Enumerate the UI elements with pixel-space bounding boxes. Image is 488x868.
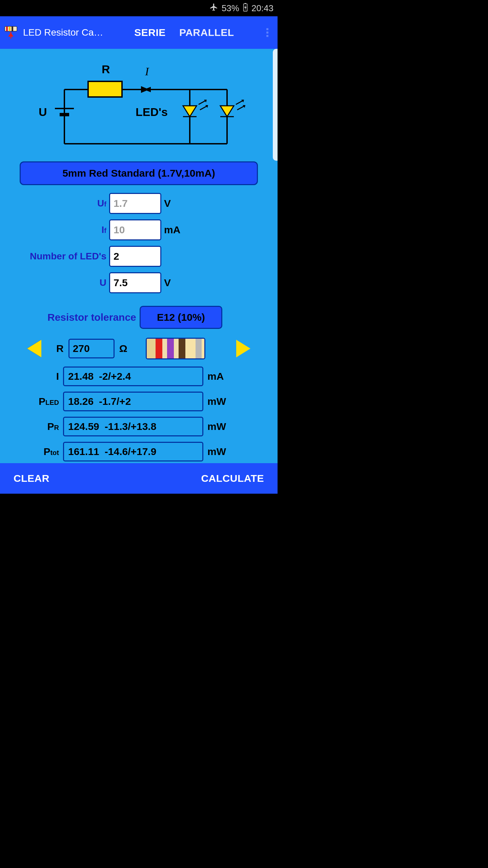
uf-unit: V [164,198,171,209]
if-label: If [102,224,106,235]
pled-label: PLED [0,396,59,407]
pr-result: 124.59-11.3/+13.8 [63,417,203,436]
tab-serie[interactable]: SERIE [134,27,166,38]
i-label: I [0,371,59,382]
inputs: Uf 1.7 V If 10 mA Number of LED's 2 U 7.… [0,192,278,294]
u-label: U [0,277,106,288]
r-unit: Ω [119,343,127,354]
clock-time: 20:43 [251,3,273,14]
pr-unit: mW [207,421,226,432]
svg-text:R: R [102,63,110,76]
svg-marker-19 [141,86,149,93]
svg-text:U: U [39,105,47,118]
if-input[interactable]: 10 [109,219,161,240]
prev-arrow-icon[interactable] [27,340,41,357]
tabs: SERIE PARALLEL [108,27,261,38]
bottom-bar: CLEAR CALCULATE [0,463,278,494]
if-unit: mA [164,224,180,236]
svg-rect-4 [9,26,11,31]
results: I 21.48-2/+2.4 mA PLED 18.26-1.7/+2 mW P… [0,366,278,462]
svg-line-29 [200,106,207,110]
svg-rect-1 [245,3,246,4]
airplane-icon [209,3,218,14]
main-content: R I U LED's [0,49,278,463]
battery-icon [243,3,248,14]
svg-line-35 [237,106,245,110]
svg-line-27 [199,100,206,104]
calculate-button[interactable]: CALCULATE [201,473,264,484]
svg-marker-31 [220,106,234,117]
ptot-result: 161.11-14.6/+17.9 [63,442,203,461]
num-leds-label: Number of LED's [0,251,106,262]
svg-rect-3 [6,26,8,31]
pled-unit: mW [207,396,226,407]
tolerance-button[interactable]: E12 (10%) [140,306,222,329]
i-unit: mA [207,371,224,382]
app-bar: LED Resistor Ca… SERIE PARALLEL [0,16,278,49]
svg-text:I: I [145,65,149,78]
svg-rect-5 [12,26,13,31]
next-arrow-icon[interactable] [236,340,250,357]
led-type-button[interactable]: 5mm Red Standard (1.7V,10mA) [20,161,258,185]
svg-rect-13 [88,81,122,97]
r-value[interactable]: 270 [68,339,115,358]
scrollbar[interactable] [273,49,278,161]
uf-input[interactable]: 1.7 [109,193,161,214]
i-result: 21.48-2/+2.4 [63,367,203,386]
resistor-color-bands [146,338,205,359]
circuit-diagram: R I U LED's [0,49,278,154]
app-icon [3,25,18,40]
ptot-label: Ptot [0,446,59,457]
num-leds-input[interactable]: 2 [109,246,161,267]
clear-button[interactable]: CLEAR [14,473,49,484]
status-bar: 53% 20:43 [0,0,278,16]
app-title: LED Resistor Ca… [23,27,108,38]
pled-result: 18.26-1.7/+2 [63,392,203,411]
svg-marker-25 [183,106,197,117]
pr-label: PR [0,421,59,432]
r-label: R [56,343,64,354]
u-unit: V [164,277,171,289]
ptot-unit: mW [207,446,226,457]
u-input[interactable]: 7.5 [109,272,161,293]
svg-line-33 [236,100,243,104]
overflow-menu-icon[interactable] [261,26,274,39]
tab-parallel[interactable]: PARALLEL [179,27,234,38]
uf-label: Uf [97,198,106,209]
svg-text:LED's: LED's [136,105,168,118]
tolerance-label: Resistor tolerance [47,312,136,323]
battery-percent: 53% [222,3,239,14]
